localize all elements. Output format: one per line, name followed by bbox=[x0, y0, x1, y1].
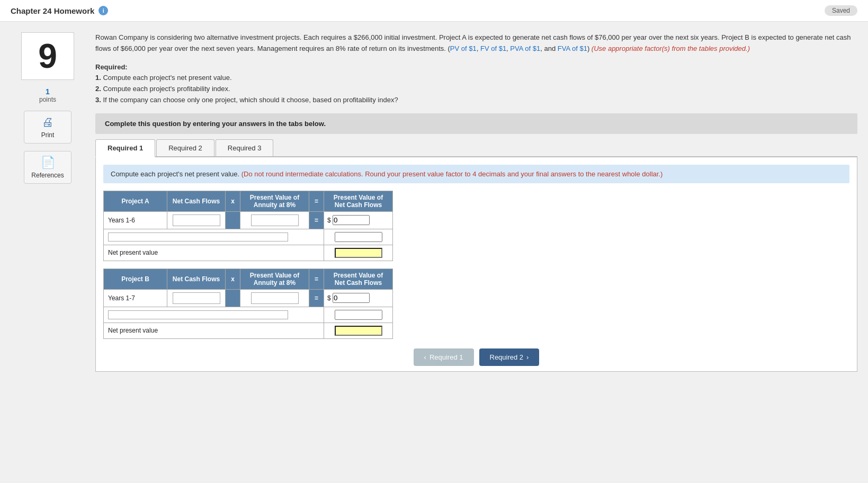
project-b-x-header: x bbox=[226, 269, 240, 289]
tab-required-2[interactable]: Required 2 bbox=[156, 139, 214, 156]
project-a-npv-row: Net present value bbox=[104, 245, 393, 261]
sidebar: 9 1 points 🖨 Print 📄 References bbox=[11, 32, 85, 372]
link-fva[interactable]: FVA of $1 bbox=[558, 44, 587, 52]
instruction-box: Complete this question by entering your … bbox=[95, 113, 857, 134]
project-a-npv-input[interactable] bbox=[335, 248, 382, 258]
project-b-row2-result bbox=[324, 307, 393, 323]
project-a-net-cash-input[interactable] bbox=[173, 214, 220, 226]
required-item-2: 2. Compute each project's profitability … bbox=[95, 84, 857, 95]
project-a-col5-header: Present Value of Net Cash Flows bbox=[324, 191, 393, 211]
project-b-row1: Years 1-7 = $ bbox=[104, 289, 393, 307]
use-note: (Use appropriate factor(s) from the tabl… bbox=[592, 44, 750, 52]
tab-required-3[interactable]: Required 3 bbox=[216, 139, 274, 156]
prev-button[interactable]: ‹ Required 1 bbox=[414, 348, 474, 366]
project-b-input1-cell bbox=[167, 289, 226, 307]
project-b-npv-label: Net present value bbox=[104, 323, 324, 338]
project-a-result-cell: $ bbox=[324, 211, 393, 229]
project-b-dollar: $ bbox=[327, 294, 331, 302]
project-a-col1-header: Net Cash Flows bbox=[167, 191, 226, 211]
link-pva[interactable]: PVA of $1 bbox=[510, 44, 540, 52]
required-section: Required: 1. Compute each project's net … bbox=[95, 62, 857, 106]
points-label: points bbox=[39, 96, 56, 103]
page-header: Chapter 24 Homework i Saved bbox=[0, 0, 868, 22]
project-b-row2-input[interactable] bbox=[108, 310, 288, 319]
project-b-years-label: Years 1-7 bbox=[104, 289, 167, 307]
project-b-result-input[interactable] bbox=[333, 293, 370, 303]
saved-badge: Saved bbox=[825, 5, 857, 16]
project-b-npv-row: Net present value bbox=[104, 323, 393, 338]
project-a-row2-result bbox=[324, 229, 393, 245]
project-b-table: Project B Net Cash Flows x Present Value… bbox=[103, 269, 393, 339]
project-a-dollar: $ bbox=[327, 217, 331, 224]
project-a-eq-op: = bbox=[309, 211, 324, 229]
references-button[interactable]: 📄 References bbox=[24, 151, 71, 184]
instruction-text: Complete this question by entering your … bbox=[105, 120, 326, 128]
link-pv[interactable]: PV of $1 bbox=[450, 44, 477, 52]
info-icon[interactable]: i bbox=[99, 6, 108, 15]
question-number-box: 9 bbox=[21, 32, 74, 80]
required-item-1: 1. Compute each project's net present va… bbox=[95, 73, 857, 84]
link-fv[interactable]: FV of $1 bbox=[480, 44, 506, 52]
project-b-npv-cell bbox=[324, 323, 393, 338]
required-item-3: 3. If the company can choose only one pr… bbox=[95, 95, 857, 106]
points-value: 1 bbox=[39, 87, 56, 96]
project-a-x-op bbox=[226, 211, 240, 229]
project-b-npv-input[interactable] bbox=[335, 326, 382, 336]
tab-instruction-note: (Do not round intermediate calculations.… bbox=[241, 170, 663, 178]
project-a-pva-input[interactable] bbox=[251, 214, 299, 226]
project-a-row2 bbox=[104, 229, 393, 245]
project-b-eq-header: = bbox=[309, 269, 324, 289]
next-label: Required 2 bbox=[490, 353, 524, 361]
required-label: Required: bbox=[95, 62, 857, 73]
main-layout: 9 1 points 🖨 Print 📄 References Rowan Co… bbox=[0, 22, 868, 382]
project-b-row2-result-input[interactable] bbox=[335, 310, 382, 320]
project-a-table: Project A Net Cash Flows x Present Value… bbox=[103, 191, 393, 261]
question-number: 9 bbox=[38, 37, 57, 76]
tab-instruction: Compute each project's net present value… bbox=[103, 165, 849, 183]
project-a-input1-cell bbox=[167, 211, 226, 229]
tabs-row: Required 1 Required 2 Required 3 bbox=[95, 139, 857, 157]
project-b-row2-empty bbox=[104, 307, 324, 323]
print-label: Print bbox=[41, 131, 55, 139]
project-b-eq-op: = bbox=[309, 289, 324, 307]
page-title: Chapter 24 Homework bbox=[11, 6, 94, 15]
project-b-result-cell: $ bbox=[324, 289, 393, 307]
points-area: 1 points bbox=[39, 87, 56, 103]
project-b-header: Project B bbox=[104, 269, 167, 289]
project-a-npv-label: Net present value bbox=[104, 245, 324, 261]
tab-instruction-main: Compute each project's net present value… bbox=[111, 170, 239, 178]
project-a-row2-result-input[interactable] bbox=[335, 232, 382, 242]
next-arrow: › bbox=[526, 353, 529, 361]
project-a-eq-header: = bbox=[309, 191, 324, 211]
print-button[interactable]: 🖨 Print bbox=[24, 111, 71, 144]
project-a-pva-input-cell bbox=[240, 211, 309, 229]
project-b-pva-input-cell bbox=[240, 289, 309, 307]
tab-content-required-1: Compute each project's net present value… bbox=[95, 157, 857, 372]
project-b-net-cash-input[interactable] bbox=[173, 292, 220, 304]
project-a-row2-empty bbox=[104, 229, 324, 245]
project-b-col3-header: Present Value of Annuity at 8% bbox=[240, 269, 309, 289]
project-a-years-label: Years 1-6 bbox=[104, 211, 167, 229]
project-b-pva-input[interactable] bbox=[251, 292, 299, 304]
project-a-x-header: x bbox=[226, 191, 240, 211]
tab-required-1[interactable]: Required 1 bbox=[95, 139, 155, 157]
references-label: References bbox=[31, 172, 64, 179]
project-a-header: Project A bbox=[104, 191, 167, 211]
project-b-x-op bbox=[226, 289, 240, 307]
header-title-area: Chapter 24 Homework i bbox=[11, 6, 108, 15]
project-b-col5-header: Present Value of Net Cash Flows bbox=[324, 269, 393, 289]
project-a-row2-input[interactable] bbox=[108, 232, 288, 241]
prev-label: Required 1 bbox=[429, 353, 463, 361]
project-a-npv-cell bbox=[324, 245, 393, 261]
project-a-table-wrapper: Project A Net Cash Flows x Present Value… bbox=[103, 191, 849, 261]
project-b-table-wrapper: Project B Net Cash Flows x Present Value… bbox=[103, 269, 849, 339]
question-text: Rowan Company is considering two alterna… bbox=[95, 32, 857, 55]
print-icon: 🖨 bbox=[42, 115, 53, 129]
project-b-row2 bbox=[104, 307, 393, 323]
project-b-col1-header: Net Cash Flows bbox=[167, 269, 226, 289]
project-a-result-input[interactable] bbox=[333, 215, 370, 225]
prev-arrow: ‹ bbox=[424, 353, 426, 361]
next-button[interactable]: Required 2 › bbox=[479, 348, 540, 366]
nav-buttons: ‹ Required 1 Required 2 › bbox=[103, 348, 849, 366]
content-area: Rowan Company is considering two alterna… bbox=[95, 32, 857, 372]
